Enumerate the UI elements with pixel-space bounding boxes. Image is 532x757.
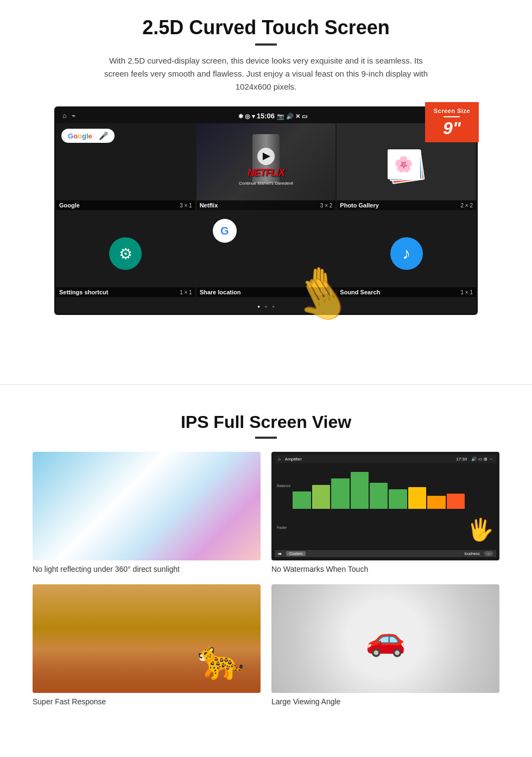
section1-description: With 2.5D curved-display screen, this de… [98, 54, 434, 93]
amp-footer: ⏮ Custom loudness ○ [275, 550, 496, 557]
settings-app-size: 1 × 1 [180, 289, 192, 295]
app-netflix[interactable]: NETFLIX Continue Marvel's Daredevil Netf… [197, 123, 336, 210]
settings-label: Settings shortcut 1 × 1 [56, 287, 195, 297]
share-app-name: Share location [200, 289, 241, 295]
home-icon-amp: ⌂ [278, 457, 281, 462]
netflix-play-button[interactable] [257, 148, 275, 165]
app-grid-row1: Google 🎤 Google 3 × 1 [56, 123, 476, 210]
section2-title: IPS Full Screen View [33, 412, 499, 432]
usb-icon: ⌁ [72, 112, 75, 119]
section2-underline [255, 437, 277, 439]
play-icon [263, 153, 270, 160]
cheetah-image: 🐆 [33, 584, 261, 693]
amp-labels: Balance Fader [277, 465, 290, 548]
amp-background: ⌂ Amplifier 17:33 🔊 ▭ ⊞ → Balance Fader [271, 452, 499, 560]
gallery-app-name: Photo Gallery [340, 202, 379, 209]
photo-stack: 🌸 [388, 149, 426, 185]
eq-bar-2 [312, 485, 330, 509]
amp-back-icon: ⏮ [278, 552, 282, 556]
section-ips-screen: IPS Full Screen View No light reflecting… [0, 401, 532, 722]
sunlight-image [33, 452, 261, 560]
amp-body: Balance Fader [275, 463, 496, 550]
section-curved-screen: 2.5D Curved Touch Screen With 2.5D curve… [0, 0, 532, 368]
amp-label-fader: Fader [277, 526, 290, 529]
eq-bar-1 [293, 491, 311, 509]
right-icons: 📷 🔊 ✕ ▭ [277, 113, 307, 119]
google-label: Google 3 × 1 [56, 200, 195, 210]
eq-bar-4 [351, 472, 369, 509]
viewing-angle-caption: Large Viewing Angle [271, 697, 499, 706]
gear-icon: ⚙ [119, 245, 132, 263]
amp-icons: 🔊 ▭ ⊞ → [471, 457, 493, 462]
section-divider [0, 384, 532, 385]
netflix-app-size: 3 × 2 [320, 203, 333, 209]
settings-circle: ⚙ [109, 237, 142, 270]
netflix-overlay: NETFLIX Continue Marvel's Daredevil [197, 123, 336, 210]
feature-fast-response: 🐆 Super Fast Response [33, 584, 261, 706]
cheetah-emoji: 🐆 [197, 638, 244, 682]
custom-label: Custom [286, 551, 306, 556]
cheetah-background: 🐆 [33, 584, 261, 693]
eq-bar-6 [389, 489, 407, 509]
clock-display: 15:06 [257, 112, 275, 120]
car-top-icon: 🚗 [365, 620, 406, 658]
status-bar: ⌂ ⌁ ✱ ◎ ▾ 15:06 📷 🔊 ✕ ▭ [56, 108, 476, 123]
amplifier-image: ⌂ Amplifier 17:33 🔊 ▭ ⊞ → Balance Fader [271, 452, 499, 560]
eq-bars [293, 465, 465, 509]
bluetooth-icon: ✱ ◎ ▾ [238, 113, 257, 119]
google-app-size: 3 × 1 [180, 203, 192, 209]
car-background: 🚗 [271, 584, 499, 693]
device-frame: ⌂ ⌁ ✱ ◎ ▾ 15:06 📷 🔊 ✕ ▭ Goo [54, 106, 478, 315]
netflix-label: Netflix 3 × 2 [197, 200, 336, 210]
gmaps-icon: G [213, 219, 237, 243]
amp-time: 17:33 [456, 457, 467, 462]
app-google[interactable]: Google 🎤 Google 3 × 1 [56, 123, 195, 210]
amp-title: Amplifier [285, 457, 302, 462]
feature-sunlight: No light reflecting under 360° direct su… [33, 452, 261, 573]
netflix-logo: NETFLIX [248, 167, 284, 179]
toggle-switch[interactable]: ○ [484, 551, 493, 556]
feature-viewing-angle: 🚗 Large Viewing Angle [271, 584, 499, 706]
fast-response-caption: Super Fast Response [33, 697, 261, 706]
sunlight-caption: No light reflecting under 360° direct su… [33, 565, 261, 573]
settings-app-name: Settings shortcut [59, 289, 108, 295]
google-app-name: Google [59, 202, 80, 209]
status-time: ✱ ◎ ▾ 15:06 📷 🔊 ✕ ▭ [75, 112, 470, 120]
amp-label-balance: Balance [277, 484, 290, 488]
badge-size-value: 9" [434, 119, 470, 137]
badge-label: Screen Size [434, 108, 470, 114]
flower-icon: 🌸 [394, 155, 413, 173]
badge-divider [444, 116, 460, 117]
sound-app-size: 1 × 1 [460, 289, 473, 295]
eq-bar-3 [331, 478, 349, 509]
sky-background [33, 452, 261, 560]
photo-card-3: 🌸 [388, 149, 420, 179]
microphone-icon: 🎤 [99, 131, 108, 140]
loudness-label: loudness [310, 552, 480, 556]
status-left-icons: ⌂ ⌁ [62, 112, 75, 119]
feature-no-watermarks: ⌂ Amplifier 17:33 🔊 ▭ ⊞ → Balance Fader [271, 452, 499, 573]
google-logo: Google [68, 132, 92, 140]
netflix-app-name: Netflix [200, 202, 218, 209]
eq-bar-5 [370, 483, 388, 509]
screen-size-badge: Screen Size 9" [425, 102, 479, 142]
eq-bar-8 [427, 496, 445, 509]
device-mockup: Screen Size 9" ⌂ ⌁ ✱ ◎ ▾ 15:06 📷 🔊 ✕ ▭ [54, 106, 478, 315]
finger-hand: 🖐 [467, 465, 494, 542]
car-image: 🚗 [271, 584, 499, 693]
title-underline [255, 43, 277, 46]
watermarks-caption: No Watermarks When Touch [271, 565, 499, 573]
amp-header: ⌂ Amplifier 17:33 🔊 ▭ ⊞ → [275, 455, 496, 463]
eq-bar-9 [447, 494, 465, 509]
google-search-bar[interactable]: Google 🎤 [61, 129, 115, 143]
home-icon: ⌂ [62, 112, 66, 119]
app-settings[interactable]: ⚙ Settings shortcut 1 × 1 [56, 210, 195, 297]
eq-bar-7 [408, 487, 426, 509]
feature-image-grid: No light reflecting under 360° direct su… [33, 452, 499, 706]
section1-title: 2.5D Curved Touch Screen [33, 16, 499, 39]
netflix-subtitle: Continue Marvel's Daredevil [239, 181, 293, 186]
